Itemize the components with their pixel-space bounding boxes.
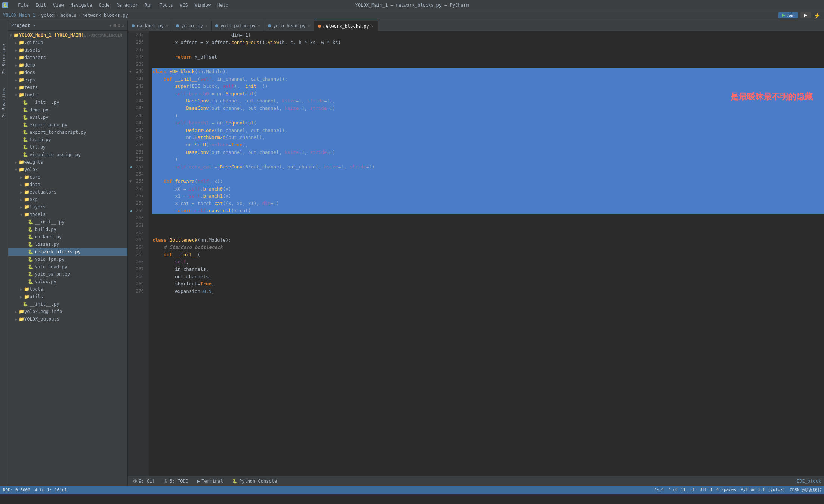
tree-outputs[interactable]: ▶ 📁 YOLOX_outputs [8,315,127,323]
ln-236: 236 [133,39,146,46]
tree-models-build[interactable]: 🐍 build.py [8,226,127,233]
tree-tools-init[interactable]: 🐍 __init__.py [8,99,127,106]
tree-yolox-tools[interactable]: ▶ 📁 tools [8,285,127,293]
tree-tools-trt[interactable]: 🐍 trt.py [8,143,127,151]
tree-tools-eval[interactable]: 🐍 eval.py [8,114,127,121]
settings-icon[interactable]: ⚙ [118,23,120,28]
ln-243: 243 [133,90,146,98]
tab-yolo-pafpn[interactable]: yolo_pafpn.py ✕ [212,21,264,31]
tree-tools-export-onnx[interactable]: 🐍 export_onnx.py [8,121,127,129]
new-file-icon[interactable]: ✦ [109,23,112,28]
bottom-tab-todo[interactable]: ⑥ 6: TODO [161,478,191,485]
tree-models-yolox[interactable]: 🐍 yolox.py [8,278,127,285]
tree-tools-train[interactable]: 🐍 train.py [8,136,127,143]
debug-button[interactable]: ▶ [800,12,811,18]
tree-tests[interactable]: ▶ 📁 tests [8,84,127,91]
tree-weights[interactable]: ▶ 📁 weights [8,158,127,166]
menu-view[interactable]: View [50,2,67,9]
ln-244: 244 [133,97,146,105]
tab-close-pafpn[interactable]: ✕ [258,24,260,28]
tab-dot-pafpn [215,24,218,27]
tree-models-losses[interactable]: 🐍 losses.py [8,241,127,248]
tab-close-yolox[interactable]: ✕ [205,24,207,28]
tree-egg-info[interactable]: ▶ 📁 yolox.egg-info [8,308,127,315]
tree-yolox-core[interactable]: ▶ 📁 core [8,173,127,181]
tree-models-network-blocks[interactable]: 🐍 network_blocks.py [8,248,127,256]
menu-code[interactable]: Code [96,2,113,9]
code-line-238: return x_offset [152,53,824,61]
favorites-tab[interactable]: 2: Favorites [0,86,8,119]
menu-navigate[interactable]: Navigate [68,2,95,9]
code-content[interactable]: dim=-1) x_offset = x_offset.contiguous()… [149,31,824,295]
tab-close-head[interactable]: ✕ [308,24,310,28]
tree-tools-folder[interactable]: ▼ 📁 tools [8,91,127,99]
profile-button[interactable]: ⚡ [813,12,821,19]
breadcrumb-item-4[interactable]: network_blocks.py [82,13,128,18]
menu-window[interactable]: Window [192,2,214,9]
ln-253: 253 [133,163,146,171]
menu-tools[interactable]: Tools [157,2,176,9]
ln-260: 260 [133,214,146,222]
project-panel: Project ▾ ✦ ⊟ ⚙ ✕ ▼ 📁 YOLOX_Main_1 [YOLO… [8,20,128,486]
tree-exps[interactable]: ▶ 📁 exps [8,76,127,84]
bottom-tab-python-console[interactable]: 🐍 Python Console [230,478,279,485]
bottom-tab-terminal[interactable]: ▶ Terminal [195,478,225,485]
status-encoding: UTF-8 [700,487,712,493]
code-line-249: nn.BatchNorm2d(out_channel), [152,134,824,141]
tree-models-yolo-fpn[interactable]: 🐍 yolo_fpn.py [8,256,127,263]
tree-models-darknet[interactable]: 🐍 darknet.py [8,233,127,241]
tab-close-darknet[interactable]: ✕ [166,24,168,28]
tree-assets[interactable]: ▶ 📁 assets [8,46,127,54]
tree-yolox-data[interactable]: ▶ 📁 data [8,181,127,188]
collapse-icon[interactable]: ⊟ [113,23,116,28]
structure-tab[interactable]: Z: Structure [0,43,8,75]
tree-yolox-utils[interactable]: ▶ 📁 utils [8,293,127,300]
tree-tools-viz[interactable]: 🐍 visualize_assign.py [8,151,127,158]
menu-refactor[interactable]: Refactor [113,2,141,9]
tree-yolox-models[interactable]: ▼ 📁 models [8,211,127,218]
tree-models-init[interactable]: 🐍 __init__.py [8,218,127,226]
tree-tools-export-ts[interactable]: 🐍 export_torchscript.py [8,129,127,136]
tree-models-yolo-pafpn[interactable]: 🐍 yolo_pafpn.py [8,270,127,278]
gutter-241 [128,75,133,83]
tree-tools-demo[interactable]: 🐍 demo.py [8,106,127,114]
tree-yolox-eval[interactable]: ▶ 📁 evaluators [8,188,127,196]
bottom-tab-git[interactable]: ⑨ 9: Git [131,478,157,485]
menu-file[interactable]: File [15,2,32,9]
code-line-248: DeformConv(in_channel, out_channel), [152,127,824,134]
menu-run[interactable]: Run [142,2,156,9]
tab-yolo-head[interactable]: yolo_head.py ✕ [264,21,314,31]
gutter-242 [128,83,133,90]
ln-237: 237 [133,46,146,53]
tree-datasets[interactable]: ▶ 📁 datasets [8,54,127,61]
ln-247: 247 [133,119,146,127]
gutter-253: ◀ [128,163,133,171]
breadcrumb-item-2[interactable]: yolox [41,13,55,18]
tree-models-yolo-head[interactable]: 🐍 yolo_head.py [8,263,127,270]
menu-edit[interactable]: Edit [33,2,49,9]
tab-network-blocks[interactable]: network_blocks.py ✕ [314,21,378,31]
tab-close-network[interactable]: ✕ [371,24,374,28]
tree-yolox-init[interactable]: 🐍 __init__.py [8,300,127,308]
breadcrumb-item-1[interactable]: YOLOX_Main_1 [3,13,36,18]
menu-vcs[interactable]: VCS [177,2,191,9]
editor-area: darknet.py ✕ yolox.py ✕ yolo_pafpn.py ✕ … [128,20,824,486]
status-python: Python 3.8 (yolox) [741,487,785,493]
tree-docs[interactable]: ▶ 📁 docs [8,69,127,76]
gutter-264 [128,244,133,251]
tab-label-head: yolo_head.py [273,23,306,28]
tab-yolox[interactable]: yolox.py ✕ [172,21,212,31]
tree-yolox-layers[interactable]: ▶ 📁 layers [8,203,127,211]
tree-yolox-folder[interactable]: ▼ 📁 yolox [8,166,127,173]
code-editor[interactable]: ▼ ◀ ▼ ◀ [128,31,824,476]
run-button[interactable]: ▶ train [778,12,798,18]
tab-darknet[interactable]: darknet.py ✕ [128,21,172,31]
tree-demo[interactable]: ▶ 📁 demo [8,61,127,69]
breadcrumb-item-3[interactable]: models [60,13,76,18]
tree-root[interactable]: ▼ 📁 YOLOX_Main_1 [YOLO_MAIN] C:\Users\KE… [8,31,127,39]
tree-yolox-exp[interactable]: ▶ 📁 exp [8,196,127,203]
menu-help[interactable]: Help [215,2,231,9]
code-line-252: ) [152,156,824,163]
close-panel-icon[interactable]: ✕ [122,23,124,28]
tree-github[interactable]: ▶ 📁 .github [8,39,127,46]
